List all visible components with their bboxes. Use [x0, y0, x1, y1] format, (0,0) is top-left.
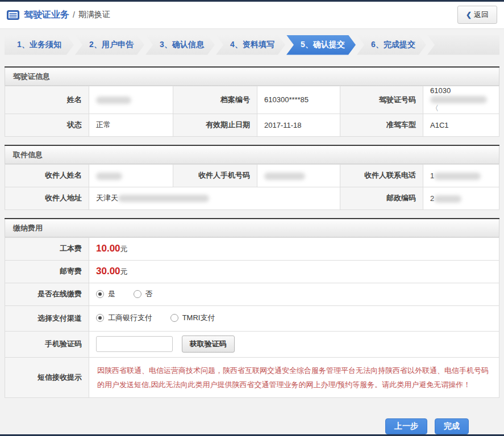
table-row: 是否在线缴费 是 否: [5, 283, 499, 305]
postage-fee-unit: 元: [120, 267, 128, 276]
table-row: 工本费 10.00元: [5, 237, 499, 260]
recipient-address-label: 收件人地址: [5, 187, 89, 209]
wizard-step-6-label: 6、完成提交: [371, 40, 415, 50]
redacted-name: [96, 97, 131, 104]
wizard-step-1: 1、业务须知: [5, 35, 74, 55]
table-row: 短信接收提示 因陕西省联通、电信运营商技术问题，陕西省互联网交通安全综合服务管理…: [5, 357, 499, 398]
radio-tmri-label: TMRI支付: [182, 313, 215, 323]
expiry-value: 2017-11-18: [257, 114, 340, 136]
wizard-step-1-label: 1、业务须知: [17, 40, 61, 50]
table-row: 收件人姓名 收件人手机号码 收件人联系电话 1: [5, 164, 499, 187]
wizard-step-3-label: 3、确认信息: [160, 40, 204, 50]
payment-table: 工本费 10.00元 邮寄费 30.00元 是否在线缴费 是 否 选择支付渠道 …: [5, 237, 499, 399]
page: 驾驶证业务 / 期满换证 ❮ 返回 1、业务须知 2、用户申告 3、确认信息 4…: [0, 0, 504, 436]
radio-yes-label: 是: [108, 289, 115, 299]
radio-no-label: 否: [145, 289, 153, 299]
online-pay-options: 是 否: [89, 283, 499, 305]
wizard-step-2: 2、用户申告: [75, 35, 144, 55]
expiry-label: 有效期止日期: [173, 114, 257, 136]
pickup-info-table: 收件人姓名 收件人手机号码 收件人联系电话 1 收件人地址 天津天 邮政编码 2: [5, 164, 499, 210]
wizard-step-6: 6、完成提交: [357, 35, 426, 55]
recipient-address-value: 天津天: [89, 187, 340, 209]
radio-button-icon[interactable]: [134, 290, 141, 298]
sms-code-input[interactable]: [96, 336, 173, 352]
license-no-prefix: 61030: [430, 86, 451, 95]
name-value: [89, 86, 173, 114]
redacted-license-no: [430, 96, 487, 103]
get-code-button[interactable]: 获取验证码: [182, 336, 235, 353]
payment-panel: 缴纳费用 工本费 10.00元 邮寄费 30.00元 是否在线缴费 是 否 选择…: [5, 218, 499, 399]
wizard-step-5-active: 5、确认提交: [286, 35, 356, 55]
name-label: 姓名: [5, 86, 89, 114]
pickup-info-panel: 取件信息 收件人姓名 收件人手机号码 收件人联系电话 1 收件人地址 天津天 邮…: [5, 145, 499, 210]
list-icon: [7, 10, 19, 20]
breadcrumb-current: 期满换证: [78, 10, 110, 20]
payment-panel-title: 缴纳费用: [5, 219, 499, 237]
table-row: 选择支付渠道 工商银行支付 TMRI支付: [5, 305, 499, 331]
vehicle-class-label: 准驾车型: [340, 114, 423, 136]
redacted-recipient-name: [96, 173, 122, 180]
radio-button-checked-icon[interactable]: [96, 314, 104, 322]
recipient-mobile-label: 收件人手机号码: [173, 164, 257, 187]
production-fee-value: 10.00元: [89, 237, 499, 260]
license-no-value: 61030〈: [423, 86, 499, 114]
recipient-phone-value: 1: [423, 164, 499, 187]
recipient-phone-prefix: 1: [430, 171, 434, 180]
redacted-recipient-mobile: [264, 173, 305, 180]
table-row: 收件人地址 天津天 邮政编码 2: [5, 187, 499, 209]
radio-option-yes[interactable]: 是: [96, 289, 115, 299]
license-info-table: 姓名 档案编号 610300****85 驾驶证号码 61030〈 状态 正常 …: [5, 86, 499, 137]
status-label: 状态: [5, 114, 89, 136]
postal-code-value: 2: [423, 187, 499, 209]
breadcrumb-section[interactable]: 驾驶证业务: [24, 9, 69, 21]
recipient-name-label: 收件人姓名: [5, 164, 89, 187]
radio-option-icbc[interactable]: 工商银行支付: [96, 313, 152, 323]
license-panel-title: 驾驶证信息: [5, 68, 499, 86]
table-row: 状态 正常 有效期止日期 2017-11-18 准驾车型 A1C1: [5, 114, 499, 136]
wizard-step-4-label: 4、资料填写: [230, 40, 274, 50]
radio-option-no[interactable]: 否: [134, 289, 153, 299]
redacted-recipient-address: [118, 195, 209, 202]
recipient-phone-label: 收件人联系电话: [340, 164, 423, 187]
previous-step-button[interactable]: 上一步: [385, 418, 427, 434]
postage-fee-label: 邮寄费: [5, 260, 89, 283]
footer-actions: 上一步 完成: [0, 398, 504, 434]
back-button[interactable]: ❮ 返回: [457, 6, 497, 24]
back-button-label: 返回: [474, 10, 489, 20]
radio-icbc-label: 工商银行支付: [108, 313, 152, 323]
wizard-step-2-label: 2、用户申告: [89, 40, 134, 50]
vehicle-class-value: A1C1: [423, 114, 499, 136]
postal-code-prefix: 2: [430, 194, 434, 203]
radio-button-icon[interactable]: [170, 314, 178, 322]
radio-button-checked-icon[interactable]: [96, 290, 104, 298]
production-fee-amount: 10.00: [96, 243, 120, 254]
production-fee-label: 工本费: [5, 237, 89, 260]
finish-button[interactable]: 完成: [435, 418, 469, 434]
back-arrow-icon: ❮: [466, 11, 472, 19]
recipient-name-value: [89, 164, 173, 187]
table-row: 手机验证码 获取验证码: [5, 331, 499, 357]
status-value: 正常: [89, 114, 173, 136]
wizard-filler: [427, 35, 499, 55]
wizard-step-4: 4、资料填写: [216, 35, 285, 55]
page-header: 驾驶证业务 / 期满换证 ❮ 返回: [0, 2, 504, 29]
wizard-step-3: 3、确认信息: [145, 35, 215, 55]
postage-fee-value: 30.00元: [89, 260, 499, 283]
channel-options: 工商银行支付 TMRI支付: [89, 305, 499, 331]
pickup-panel-title: 取件信息: [5, 146, 499, 164]
recipient-mobile-value: [257, 164, 340, 187]
step-wizard: 1、业务须知 2、用户申告 3、确认信息 4、资料填写 5、确认提交 6、完成提…: [5, 35, 499, 55]
license-no-label: 驾驶证号码: [340, 86, 423, 114]
table-row: 邮寄费 30.00元: [5, 260, 499, 283]
table-row: 姓名 档案编号 610300****85 驾驶证号码 61030〈: [5, 86, 499, 114]
file-no-value: 610300****85: [257, 86, 340, 114]
production-fee-unit: 元: [120, 245, 128, 253]
sms-notice-label: 短信接收提示: [5, 357, 89, 398]
radio-option-tmri[interactable]: TMRI支付: [170, 313, 215, 323]
online-pay-label: 是否在线缴费: [5, 283, 89, 305]
sms-notice-text: 因陕西省联通、电信运营商技术问题，陕西省互联网交通安全综合服务管理平台无法向持陕…: [97, 363, 491, 392]
license-no-suffix: 〈: [431, 104, 439, 112]
redacted-recipient-phone: [434, 173, 481, 180]
redacted-postal-code: [434, 195, 461, 203]
file-no-label: 档案编号: [173, 86, 257, 114]
